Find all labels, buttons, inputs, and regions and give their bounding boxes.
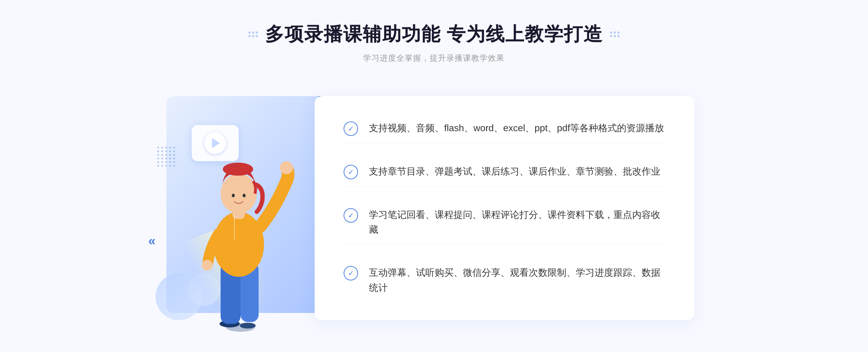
feature-item-1: ✓ 支持视频、音频、flash、word、excel、ppt、pdf等各种格式的… (344, 113, 665, 143)
header-section: 多项录播课辅助功能 专为线上教学打造 学习进度全掌握，提升录播课教学效果 (248, 0, 620, 64)
main-content: « (145, 82, 723, 335)
svg-point-11 (232, 194, 235, 197)
header-title-wrapper: 多项录播课辅助功能 专为线上教学打造 (248, 22, 620, 47)
checkmark-2: ✓ (348, 168, 354, 176)
feature-item-4: ✓ 互动弹幕、试听购买、微信分享、观看次数限制、学习进度跟踪、数据统计 (344, 258, 665, 302)
feature-text-3: 学习笔记回看、课程提问、课程评论打分、课件资料下载，重点内容收藏 (369, 207, 665, 237)
check-icon-4: ✓ (344, 266, 358, 280)
dots-stripe-decoration (157, 147, 175, 168)
check-icon-1: ✓ (344, 121, 358, 136)
check-icon-2: ✓ (344, 165, 358, 179)
feature-text-2: 支持章节目录、弹题考试、课后练习、课后作业、章节测验、批改作业 (369, 164, 660, 179)
checkmark-4: ✓ (348, 270, 354, 277)
feature-text-1: 支持视频、音频、flash、word、excel、ppt、pdf等各种格式的资源… (369, 121, 664, 136)
play-bubble-inner (192, 125, 239, 161)
svg-point-2 (240, 323, 256, 329)
svg-point-6 (280, 161, 293, 174)
feature-text-4: 互动弹幕、试听购买、微信分享、观看次数限制、学习进度跟踪、数据统计 (369, 265, 665, 295)
title-dots-right (610, 31, 620, 37)
feature-item-2: ✓ 支持章节目录、弹题考试、课后练习、课后作业、章节测验、批改作业 (344, 157, 665, 187)
svg-point-7 (202, 260, 213, 271)
play-bubble (192, 125, 239, 165)
play-triangle-icon (212, 138, 220, 148)
svg-point-9 (221, 174, 257, 214)
features-card: ✓ 支持视频、音频、flash、word、excel、ppt、pdf等各种格式的… (315, 96, 694, 320)
page-container: 多项录播课辅助功能 专为线上教学打造 学习进度全掌握，提升录播课教学效果 (0, 0, 868, 352)
checkmark-1: ✓ (348, 125, 354, 132)
title-dots-left (248, 31, 258, 37)
checkmark-3: ✓ (348, 212, 354, 219)
page-subtitle: 学习进度全掌握，提升录播课教学效果 (248, 53, 620, 64)
feature-item-3: ✓ 学习笔记回看、课程提问、课程评论打分、课件资料下载，重点内容收藏 (344, 200, 665, 245)
svg-point-12 (243, 194, 246, 197)
check-icon-3: ✓ (344, 208, 358, 223)
page-title: 多项录播课辅助功能 专为线上教学打造 (265, 22, 603, 47)
chevron-left-icon: « (148, 233, 156, 249)
play-icon-circle (204, 132, 226, 154)
